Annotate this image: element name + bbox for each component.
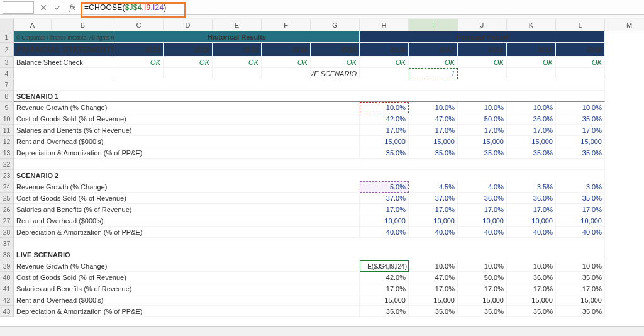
row-header[interactable]: 4 — [0, 68, 14, 79]
live-scenario-value-cell[interactable]: 1 — [409, 68, 458, 79]
row-header[interactable]: 27 — [0, 215, 14, 227]
data-cell[interactable]: 10.0% — [458, 260, 507, 272]
col-header-active[interactable]: I — [409, 19, 458, 31]
data-cell[interactable]: 10.0% — [556, 260, 605, 272]
data-cell[interactable]: 15,000 — [507, 294, 556, 306]
data-cell[interactable]: 17.0% — [507, 125, 556, 136]
data-cell[interactable]: 35.0% — [556, 193, 605, 204]
data-cell[interactable]: 40.0% — [507, 227, 556, 238]
data-cell[interactable]: 17.0% — [556, 125, 605, 136]
cell-I9[interactable]: 10.0% — [360, 102, 409, 113]
confirm-formula-button[interactable] — [50, 1, 64, 14]
col-header[interactable]: F — [262, 19, 311, 31]
col-header[interactable]: G — [311, 19, 360, 31]
data-cell[interactable]: 35.0% — [556, 306, 605, 317]
data-cell[interactable]: 40.0% — [409, 227, 458, 238]
horizontal-scrollbar[interactable] — [0, 326, 644, 336]
data-cell[interactable]: 17.0% — [556, 283, 605, 294]
data-cell[interactable]: 17.0% — [458, 125, 507, 136]
row-header[interactable]: 8 — [0, 91, 14, 102]
data-cell[interactable]: 17.0% — [360, 204, 409, 215]
data-cell[interactable]: 10.0% — [409, 260, 458, 272]
data-cell[interactable]: 47.0% — [409, 272, 458, 283]
data-cell[interactable]: 10.0% — [507, 260, 556, 272]
data-cell[interactable]: 3.5% — [507, 181, 556, 193]
row-header[interactable]: 2 — [0, 43, 14, 57]
data-cell[interactable]: 36.0% — [507, 272, 556, 283]
data-cell[interactable]: 37.0% — [360, 193, 409, 204]
row-header[interactable]: 24 — [0, 181, 14, 193]
data-cell[interactable]: 35.0% — [556, 113, 605, 125]
row-header[interactable]: 25 — [0, 193, 14, 204]
row-header[interactable]: 7 — [0, 79, 14, 91]
data-cell[interactable]: 15,000 — [409, 294, 458, 306]
data-cell[interactable]: 10,000 — [458, 215, 507, 227]
grid[interactable]: 1 © Corporate Finance Institute. All rig… — [0, 31, 644, 326]
data-cell[interactable]: 17.0% — [458, 204, 507, 215]
data-cell[interactable]: 35.0% — [409, 147, 458, 159]
data-cell[interactable]: 3.0% — [556, 181, 605, 193]
data-cell[interactable]: 10,000 — [556, 215, 605, 227]
formula-input[interactable]: =CHOOSE($J$4,I9,I24) — [80, 3, 644, 12]
data-cell[interactable]: 35.0% — [556, 272, 605, 283]
data-cell[interactable]: 15,000 — [458, 136, 507, 147]
col-header[interactable]: K — [507, 19, 556, 31]
row-header[interactable]: 42 — [0, 294, 14, 306]
data-cell[interactable]: 17.0% — [458, 283, 507, 294]
data-cell[interactable]: 35.0% — [360, 306, 409, 317]
row-header[interactable]: 37 — [0, 238, 14, 249]
col-header[interactable]: A — [14, 19, 52, 31]
data-cell[interactable]: 15,000 — [360, 136, 409, 147]
data-cell[interactable]: 15,000 — [360, 294, 409, 306]
row-header[interactable]: 23 — [0, 170, 14, 181]
data-cell[interactable]: 50.0% — [458, 272, 507, 283]
row-header[interactable]: 1 — [0, 31, 14, 43]
col-header[interactable]: B — [52, 19, 114, 31]
data-cell[interactable]: 4.0% — [458, 181, 507, 193]
row-header[interactable]: 9 — [0, 102, 14, 113]
data-cell[interactable]: 10.0% — [556, 102, 605, 113]
data-cell[interactable]: 4.5% — [409, 181, 458, 193]
row-header[interactable]: 12 — [0, 136, 14, 147]
row-header[interactable]: 22 — [0, 159, 14, 170]
row-header[interactable]: 28 — [0, 227, 14, 238]
data-cell[interactable]: 35.0% — [507, 306, 556, 317]
data-cell[interactable]: 17.0% — [409, 283, 458, 294]
data-cell[interactable]: 10,000 — [409, 215, 458, 227]
active-editing-cell[interactable]: E($J$4,I9,I24) — [360, 260, 409, 272]
data-cell[interactable]: 35.0% — [360, 147, 409, 159]
fx-icon[interactable]: fx — [64, 3, 80, 13]
row-header[interactable]: 40 — [0, 272, 14, 283]
data-cell[interactable]: 35.0% — [458, 306, 507, 317]
row-header[interactable]: 11 — [0, 125, 14, 136]
data-cell[interactable]: 10.0% — [507, 102, 556, 113]
data-cell[interactable]: 17.0% — [409, 125, 458, 136]
data-cell[interactable]: 17.0% — [507, 204, 556, 215]
col-header[interactable]: C — [114, 19, 164, 31]
data-cell[interactable]: 35.0% — [556, 147, 605, 159]
data-cell[interactable]: 10.0% — [458, 102, 507, 113]
data-cell[interactable]: 15,000 — [507, 136, 556, 147]
row-header[interactable]: 13 — [0, 147, 14, 159]
data-cell[interactable]: 15,000 — [556, 136, 605, 147]
data-cell[interactable]: 17.0% — [409, 204, 458, 215]
data-cell[interactable]: 10.0% — [409, 102, 458, 113]
data-cell[interactable]: 35.0% — [507, 147, 556, 159]
col-header[interactable]: D — [164, 19, 213, 31]
data-cell[interactable]: 40.0% — [556, 227, 605, 238]
data-cell[interactable]: 36.0% — [507, 193, 556, 204]
data-cell[interactable]: 50.0% — [458, 113, 507, 125]
data-cell[interactable]: 37.0% — [409, 193, 458, 204]
data-cell[interactable]: 40.0% — [360, 227, 409, 238]
data-cell[interactable]: 47.0% — [409, 113, 458, 125]
cell-I24[interactable]: 5.0% — [360, 181, 409, 193]
cancel-formula-button[interactable] — [36, 1, 50, 14]
select-all-corner[interactable] — [0, 19, 14, 31]
data-cell[interactable]: 17.0% — [556, 204, 605, 215]
row-header[interactable]: 38 — [0, 249, 14, 260]
data-cell[interactable]: 36.0% — [507, 113, 556, 125]
row-header[interactable]: 39 — [0, 260, 14, 272]
row-header[interactable]: 10 — [0, 113, 14, 125]
data-cell[interactable]: 17.0% — [507, 283, 556, 294]
data-cell[interactable]: 35.0% — [458, 147, 507, 159]
